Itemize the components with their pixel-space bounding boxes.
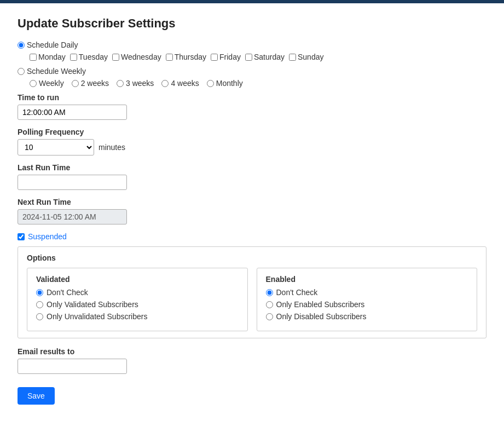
polling-frequency-unit: minutes [99, 143, 125, 152]
enabled-only-disabled-radio[interactable] [266, 313, 273, 320]
day-sunday[interactable]: Sunday [289, 53, 323, 61]
weekly-4weeks-radio[interactable] [161, 80, 169, 87]
weekly-option-4weeks[interactable]: 4 weeks [161, 79, 199, 88]
day-saturday[interactable]: Saturday [245, 53, 285, 61]
weekly-2weeks-radio[interactable] [72, 80, 79, 87]
last-run-time-group: Last Run Time [18, 163, 486, 190]
weekly-monthly-radio[interactable] [207, 80, 214, 87]
day-monday[interactable]: Monday [30, 53, 66, 61]
options-section: Options Validated Don't Check Only Valid… [18, 246, 486, 338]
validated-only-validated[interactable]: Only Validated Subscribers [36, 300, 239, 309]
schedule-weekly-label[interactable]: Schedule Weekly [27, 67, 86, 76]
schedule-weekly-radio[interactable] [18, 68, 25, 75]
days-row: Monday Tuesday Wednesday Thursday Friday… [30, 53, 486, 61]
enabled-dont-check-radio[interactable] [266, 289, 273, 296]
validated-dont-check-radio[interactable] [36, 289, 43, 296]
options-title: Options [27, 254, 477, 262]
weekly-options-row: Weekly 2 weeks 3 weeks 4 weeks Monthly [30, 79, 486, 88]
enabled-only-disabled-label: Only Disabled Subscribers [276, 312, 367, 321]
time-to-run-label: Time to run [18, 93, 486, 102]
time-to-run-input[interactable] [18, 105, 127, 120]
day-wednesday-checkbox[interactable] [112, 54, 119, 61]
weekly-weekly-radio[interactable] [30, 80, 37, 87]
weekly-option-2weeks[interactable]: 2 weeks [72, 79, 109, 88]
enabled-only-enabled-radio[interactable] [266, 301, 273, 308]
save-button[interactable]: Save [18, 387, 55, 405]
day-tuesday-checkbox[interactable] [70, 54, 77, 61]
schedule-daily-label[interactable]: Schedule Daily [27, 41, 78, 49]
email-results-group: Email results to [18, 347, 486, 374]
last-run-time-label: Last Run Time [18, 163, 486, 172]
day-thursday-checkbox[interactable] [166, 54, 173, 61]
polling-frequency-row: 5 10 15 30 60 minutes [18, 139, 486, 155]
validated-only-validated-radio[interactable] [36, 301, 43, 308]
next-run-time-label: Next Run Time [18, 198, 486, 206]
day-monday-checkbox[interactable] [30, 54, 37, 61]
next-run-time-value: 2024-11-05 12:00 AM [18, 209, 127, 224]
day-saturday-checkbox[interactable] [245, 54, 252, 61]
polling-frequency-select[interactable]: 5 10 15 30 60 [18, 139, 94, 155]
day-wednesday[interactable]: Wednesday [112, 53, 161, 61]
options-grid: Validated Don't Check Only Validated Sub… [27, 268, 477, 331]
day-tuesday[interactable]: Tuesday [70, 53, 108, 61]
suspended-row: Suspended [18, 232, 486, 241]
weekly-option-3weeks[interactable]: 3 weeks [117, 79, 154, 88]
email-results-input[interactable] [18, 359, 127, 374]
email-results-label: Email results to [18, 347, 486, 356]
enabled-box-title: Enabled [266, 275, 468, 284]
weekly-option-monthly[interactable]: Monthly [207, 79, 243, 88]
day-thursday[interactable]: Thursday [166, 53, 206, 61]
day-friday-checkbox[interactable] [211, 54, 218, 61]
validated-dont-check[interactable]: Don't Check [36, 288, 239, 297]
next-run-time-group: Next Run Time 2024-11-05 12:00 AM [18, 198, 486, 224]
validated-box: Validated Don't Check Only Validated Sub… [27, 268, 248, 331]
page-title: Update Subscriber Settings [18, 16, 486, 31]
enabled-box: Enabled Don't Check Only Enabled Subscri… [257, 268, 478, 331]
schedule-daily-section: Schedule Daily Monday Tuesday Wednesday … [18, 41, 486, 61]
schedule-weekly-section: Schedule Weekly Weekly 2 weeks 3 weeks 4… [18, 67, 486, 88]
validated-box-title: Validated [36, 275, 239, 284]
enabled-only-enabled[interactable]: Only Enabled Subscribers [266, 300, 468, 309]
enabled-dont-check-label: Don't Check [276, 288, 318, 297]
suspended-checkbox[interactable] [18, 233, 25, 240]
validated-dont-check-label: Don't Check [47, 288, 88, 297]
schedule-daily-radio[interactable] [18, 42, 25, 49]
enabled-dont-check[interactable]: Don't Check [266, 288, 468, 297]
polling-frequency-label: Polling Frequency [18, 128, 486, 136]
enabled-only-disabled[interactable]: Only Disabled Subscribers [266, 312, 468, 321]
day-sunday-checkbox[interactable] [289, 54, 296, 61]
polling-frequency-group: Polling Frequency 5 10 15 30 60 minutes [18, 128, 486, 155]
weekly-option-weekly[interactable]: Weekly [30, 79, 64, 88]
day-friday[interactable]: Friday [211, 53, 241, 61]
weekly-3weeks-radio[interactable] [117, 80, 124, 87]
suspended-label[interactable]: Suspended [28, 232, 67, 241]
time-to-run-group: Time to run [18, 93, 486, 120]
validated-only-unvalidated-radio[interactable] [36, 313, 43, 320]
enabled-only-enabled-label: Only Enabled Subscribers [276, 300, 365, 309]
validated-only-unvalidated[interactable]: Only Unvalidated Subscribers [36, 312, 239, 321]
validated-only-unvalidated-label: Only Unvalidated Subscribers [47, 312, 147, 321]
last-run-time-input[interactable] [18, 175, 127, 190]
validated-only-validated-label: Only Validated Subscribers [47, 300, 138, 309]
